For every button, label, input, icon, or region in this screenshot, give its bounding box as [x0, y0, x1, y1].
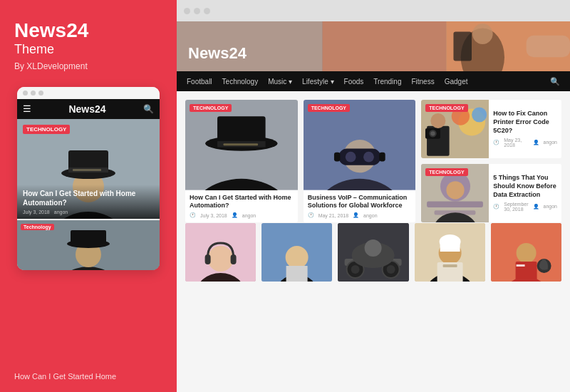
svg-rect-34: [379, 153, 385, 162]
right-panel: News24 Football Technology Music ▾ Lifes…: [177, 0, 570, 392]
brand-by: By XLDevelopment: [14, 61, 162, 71]
svg-point-31: [345, 152, 356, 163]
svg-point-78: [516, 243, 536, 263]
svg-point-40: [431, 113, 446, 128]
nav-football[interactable]: Football: [187, 78, 212, 86]
hat-article-author: angon: [242, 213, 256, 218]
nav-trending[interactable]: Trending: [373, 78, 401, 86]
search-icon[interactable]: 🔍: [143, 104, 154, 114]
mockup-second-badge: Technology: [21, 224, 54, 230]
dot-2: [31, 91, 36, 96]
nav-technology[interactable]: Technology: [222, 78, 259, 86]
svg-rect-60: [286, 266, 308, 282]
hat-article-title: How Can I Get Started with Home Automati…: [190, 194, 294, 210]
nav-fitness[interactable]: Fitness: [411, 78, 434, 86]
vr-img-svg: [304, 100, 416, 190]
thumb-4-img: [415, 223, 485, 282]
site-logo: News24: [188, 44, 247, 63]
user-icon: 👤: [232, 212, 238, 218]
svg-rect-55: [231, 254, 237, 264]
hat-article-meta: 🕐 July 3, 2018 👤 angon: [190, 212, 294, 218]
mockup-titlebar: [17, 87, 160, 99]
nav-search-icon[interactable]: 🔍: [550, 77, 560, 86]
article-voip[interactable]: Technology Business VoIP – Communication…: [304, 100, 416, 222]
thumb-1-img: [185, 223, 256, 282]
hamburger-icon[interactable]: ☰: [23, 103, 31, 114]
voip-article-info: Business VoIP – Communication Solutions …: [304, 190, 416, 222]
data-article-date: September 30, 2018: [504, 202, 528, 212]
browser-dot-3: [204, 8, 210, 14]
svg-point-50: [447, 181, 465, 199]
thumb-3[interactable]: [338, 223, 408, 282]
article-hat[interactable]: Technology How Can I Get Started with Ho…: [185, 100, 298, 222]
article-printer[interactable]: Technology How to Fix Canon Printer Erro…: [421, 100, 561, 158]
nav-foods[interactable]: Foods: [344, 78, 364, 86]
browser-dot-1: [184, 8, 190, 14]
svg-point-32: [363, 152, 374, 163]
printer-article-date: May 23, 2018: [504, 138, 528, 148]
hat-article-badge: Technology: [190, 104, 232, 112]
svg-rect-19: [527, 36, 570, 58]
clock-icon-4: 🕐: [493, 204, 499, 210]
mobile-mockup: ☰ News24 🔍: [17, 87, 160, 270]
thumb-2[interactable]: [261, 223, 332, 282]
user-icon-3: 👤: [533, 140, 539, 145]
svg-rect-47: [427, 202, 483, 207]
thumb-1[interactable]: [185, 223, 256, 282]
mockup-featured-card: Technology How Can I Get Started with Ho…: [17, 119, 160, 219]
printer-article-meta: 🕐 May 23, 2018 👤 angon: [493, 138, 557, 148]
thumb-5[interactable]: [491, 223, 561, 282]
voip-article-author: angon: [363, 213, 377, 218]
articles-main: Technology How Can I Get Started with Ho…: [177, 91, 570, 392]
article-data[interactable]: Technology 5 Things That You Should Know…: [421, 164, 561, 222]
site-content: News24 Football Technology Music ▾ Lifes…: [177, 21, 570, 392]
svg-rect-54: [205, 254, 211, 264]
mockup-card-badge: Technology: [23, 125, 70, 134]
user-icon-2: 👤: [353, 212, 359, 218]
vr-article-image: Technology: [304, 100, 416, 190]
svg-rect-73: [440, 242, 460, 252]
svg-rect-75: [442, 264, 457, 267]
svg-rect-14: [322, 21, 446, 71]
site-nav: Football Technology Music ▾ Lifestyle ▾ …: [177, 71, 570, 91]
thumb-3-img: [338, 223, 408, 282]
svg-rect-11: [71, 230, 106, 244]
articles-bottom-row: [185, 223, 561, 282]
data-article-image: Technology: [421, 164, 489, 222]
browser-dot-2: [194, 8, 200, 14]
nav-gadget[interactable]: Gadget: [445, 78, 468, 86]
mockup-card-title: How Can I Get Started with Home Automati…: [23, 189, 154, 207]
hat-article-date: July 3, 2018: [200, 213, 227, 218]
nav-lifestyle[interactable]: Lifestyle ▾: [302, 78, 333, 86]
svg-rect-18: [453, 32, 472, 61]
mockup-topbar: ☰ News24 🔍: [17, 99, 160, 119]
thumb-4[interactable]: [415, 223, 485, 282]
clock-icon: 🕐: [190, 212, 196, 218]
svg-point-59: [286, 246, 309, 269]
clock-icon-2: 🕐: [308, 212, 314, 218]
articles-top-row: Technology How Can I Get Started with Ho…: [185, 100, 561, 217]
mockup-card-meta: July 3, 2018 angon: [23, 210, 154, 215]
svg-point-17: [472, 24, 493, 44]
nav-music[interactable]: Music ▾: [268, 78, 292, 86]
left-panel: News24 Theme By XLDevelopment ☰ News24 🔍: [0, 0, 177, 392]
voip-article-date: May 21, 2018: [318, 213, 348, 218]
data-article-badge: Technology: [425, 168, 467, 176]
right-column: Technology How to Fix Canon Printer Erro…: [421, 100, 561, 222]
site-header: News24: [177, 21, 570, 71]
dot-3: [38, 91, 43, 96]
voip-article-title: Business VoIP – Communication Solutions …: [308, 194, 412, 210]
hat-article-info: How Can I Get Started with Home Automati…: [185, 190, 298, 222]
mockup-author: angon: [54, 210, 68, 215]
data-article-meta: 🕐 September 30, 2018 👤 angon: [493, 202, 557, 212]
data-article-title: 5 Things That You Should Know Before Dat…: [493, 174, 557, 199]
svg-point-38: [472, 108, 487, 123]
printer-article-badge: Technology: [425, 104, 467, 112]
mockup-card-overlay: How Can I Get Started with Home Automati…: [17, 185, 160, 219]
browser-chrome: [177, 0, 570, 21]
svg-rect-33: [334, 153, 340, 162]
svg-point-43: [431, 131, 435, 135]
breadcrumb: How Can I Get Started Home: [14, 372, 116, 381]
data-article-info: 5 Things That You Should Know Before Dat…: [489, 164, 561, 222]
hat-img-svg: [185, 100, 298, 190]
